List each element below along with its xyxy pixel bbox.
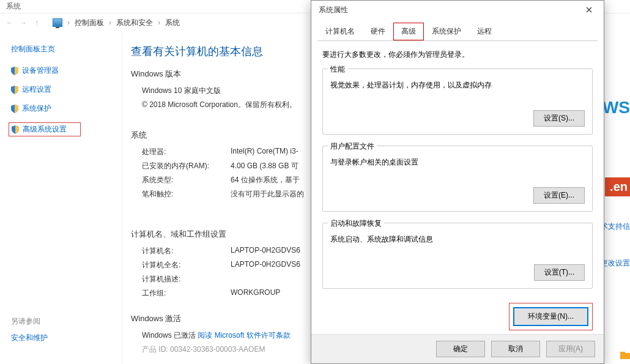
control-panel-home-link[interactable]: 控制面板主页: [11, 44, 122, 54]
link-label: 远程设置: [22, 84, 51, 95]
dialog-button-row: 确定 取消 应用(A): [311, 334, 604, 363]
startup-recovery-desc: 系统启动、系统故障和调试信息: [330, 234, 585, 245]
workgroup-value: WORKGROUP: [231, 288, 280, 299]
system-properties-dialog: 系统属性 计算机名 硬件 高级 系统保护 远程 要进行大多数更改，你必须作为管理…: [311, 0, 604, 364]
dialog-title: 系统属性: [319, 5, 348, 15]
lenovo-logo-peek: .en: [605, 177, 630, 196]
tab-advanced[interactable]: 高级: [393, 23, 424, 40]
env-vars-row: 环境变量(N)...: [311, 299, 604, 334]
remote-settings-link[interactable]: 远程设置: [11, 84, 122, 95]
license-terms-link[interactable]: 阅读 Microsoft 软件许可条款: [198, 331, 290, 340]
up-arrow-icon[interactable]: ↑: [32, 18, 42, 28]
computer-fullname-label: 计算机全名:: [142, 260, 231, 270]
user-profile-settings-button[interactable]: 设置(E)...: [533, 187, 585, 204]
system-protection-link[interactable]: 系统保护: [11, 103, 122, 114]
pen-touch-label: 笔和触控:: [142, 189, 231, 199]
svg-rect-1: [620, 352, 625, 354]
chevron-right-icon[interactable]: ›: [66, 18, 71, 27]
system-type-label: 系统类型:: [142, 175, 231, 185]
computer-fullname-value: LAPTOP-0H2GDVS6: [231, 260, 300, 270]
dialog-tabs: 计算机名 硬件 高级 系统保护 远程: [317, 23, 598, 40]
apply-button[interactable]: 应用(A): [546, 341, 595, 357]
taskbar-icon-peek: [620, 352, 630, 360]
computer-name-value: LAPTOP-0H2GDVS6: [231, 246, 300, 256]
shield-icon: [12, 125, 19, 134]
link-label: 高级系统设置: [23, 124, 67, 135]
chevron-right-icon[interactable]: ›: [108, 18, 113, 27]
startup-recovery-groupbox: 启动和故障恢复 系统启动、系统故障和调试信息 设置(T)...: [322, 223, 593, 289]
system-type-value: 64 位操作系统，基于: [231, 175, 300, 185]
tab-hardware[interactable]: 硬件: [363, 23, 393, 40]
workgroup-label: 工作组:: [142, 288, 231, 299]
dialog-content: 要进行大多数更改，你必须作为管理员登录。 性能 视觉效果，处理器计划，内存使用，…: [311, 41, 604, 299]
windows-logo-peek: WS: [602, 98, 630, 117]
activation-status: Windows 已激活: [142, 331, 198, 340]
close-icon[interactable]: [579, 3, 599, 17]
back-arrow-icon[interactable]: ←: [5, 18, 15, 28]
ok-button[interactable]: 确定: [436, 341, 485, 357]
env-vars-highlight: 环境变量(N)...: [509, 303, 593, 330]
tab-system-protection[interactable]: 系统保护: [424, 23, 469, 40]
computer-name-label: 计算机名:: [142, 246, 231, 256]
see-also-header: 另请参阅: [11, 316, 48, 327]
monitor-icon: [53, 18, 62, 27]
processor-value: Intel(R) Core(TM) i3-: [231, 147, 298, 157]
environment-variables-button[interactable]: 环境变量(N)...: [513, 307, 588, 326]
tab-remote[interactable]: 远程: [469, 23, 500, 40]
ram-value: 4.00 GB (3.88 GB 可: [231, 161, 298, 171]
computer-description-label: 计算机描述:: [142, 274, 231, 284]
dialog-titlebar: 系统属性: [311, 1, 604, 19]
user-profile-legend: 用户配置文件: [328, 141, 377, 152]
user-profile-groupbox: 用户配置文件 与登录帐户相关的桌面设置 设置(E)...: [322, 146, 593, 212]
performance-legend: 性能: [328, 64, 347, 75]
cancel-button[interactable]: 取消: [491, 341, 540, 357]
breadcrumb[interactable]: 系统: [165, 18, 180, 28]
startup-recovery-settings-button[interactable]: 设置(T)...: [534, 264, 585, 281]
admin-note: 要进行大多数更改，你必须作为管理员登录。: [322, 50, 593, 60]
security-maintenance-link[interactable]: 安全和维护: [11, 333, 48, 343]
pen-touch-value: 没有可用于此显示器的: [231, 189, 304, 199]
performance-desc: 视觉效果，处理器计划，内存使用，以及虚拟内存: [330, 80, 585, 91]
link-label: 设备管理器: [22, 65, 59, 76]
shield-icon: [11, 86, 18, 94]
chevron-right-icon[interactable]: ›: [157, 18, 161, 27]
shield-icon: [11, 67, 18, 75]
left-panel: 控制面板主页 设备管理器 远程设置 系统保护 高级系统设置 另请参阅 安全和维护: [0, 32, 122, 364]
advanced-system-settings-link[interactable]: 高级系统设置: [9, 122, 81, 136]
performance-settings-button[interactable]: 设置(S)...: [533, 110, 585, 127]
support-link-peek[interactable]: 术支持信: [601, 221, 630, 232]
device-manager-link[interactable]: 设备管理器: [11, 65, 122, 76]
breadcrumb[interactable]: 控制面板: [75, 18, 104, 28]
forward-arrow-icon: →: [18, 18, 28, 28]
user-profile-desc: 与登录帐户相关的桌面设置: [330, 157, 585, 168]
processor-label: 处理器:: [142, 147, 231, 157]
tab-computer-name[interactable]: 计算机名: [317, 23, 363, 40]
shield-icon: [11, 105, 18, 113]
performance-groupbox: 性能 视觉效果，处理器计划，内存使用，以及虚拟内存 设置(S)...: [322, 69, 593, 135]
startup-recovery-legend: 启动和故障恢复: [328, 218, 384, 229]
ram-label: 已安装的内存(RAM):: [142, 161, 231, 171]
see-also-section: 另请参阅 安全和维护: [11, 316, 48, 352]
breadcrumb[interactable]: 系统和安全: [116, 18, 153, 28]
link-label: 系统保护: [22, 103, 51, 114]
